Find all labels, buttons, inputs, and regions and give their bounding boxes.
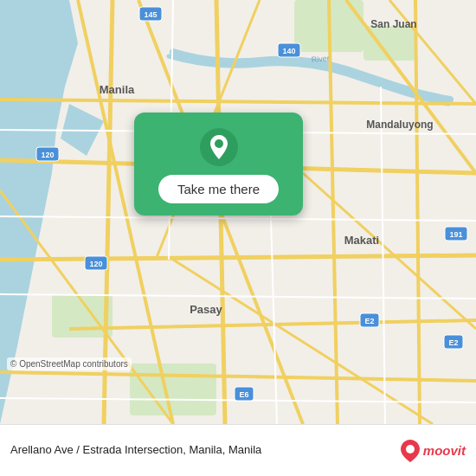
location-card: Take me there [134, 113, 303, 215]
bottom-bar: Arellano Ave / Estrada Intersection, Man… [0, 424, 476, 476]
svg-text:191: 191 [449, 230, 462, 239]
svg-rect-3 [130, 363, 216, 415]
svg-text:140: 140 [282, 47, 295, 55]
svg-text:120: 120 [89, 260, 102, 268]
svg-text:San Juan: San Juan [370, 18, 416, 30]
copyright-text: © OpenStreetMap contributors [7, 357, 132, 370]
take-me-there-button[interactable]: Take me there [158, 175, 279, 203]
svg-text:Makati: Makati [344, 234, 379, 247]
location-text: Arellano Ave / Estrada Intersection, Man… [10, 442, 401, 458]
svg-text:E2: E2 [448, 338, 458, 347]
svg-text:145: 145 [144, 10, 157, 19]
moovit-wordmark: moovit [423, 443, 466, 458]
svg-text:River: River [311, 54, 330, 64]
svg-text:Mandaluyong: Mandaluyong [366, 119, 433, 131]
moovit-pin-icon [401, 440, 420, 462]
map-container: 120 120 145 140 191 E2 E2 E6 Manila San … [0, 0, 476, 424]
svg-point-52 [215, 139, 223, 148]
location-pin-icon [200, 128, 238, 166]
svg-text:Pasay: Pasay [190, 303, 222, 316]
svg-text:Manila: Manila [100, 83, 135, 96]
svg-text:E2: E2 [364, 317, 374, 325]
moovit-logo[interactable]: moovit [401, 440, 466, 462]
svg-text:E6: E6 [239, 390, 248, 399]
svg-point-53 [406, 445, 415, 453]
svg-text:120: 120 [41, 151, 54, 159]
